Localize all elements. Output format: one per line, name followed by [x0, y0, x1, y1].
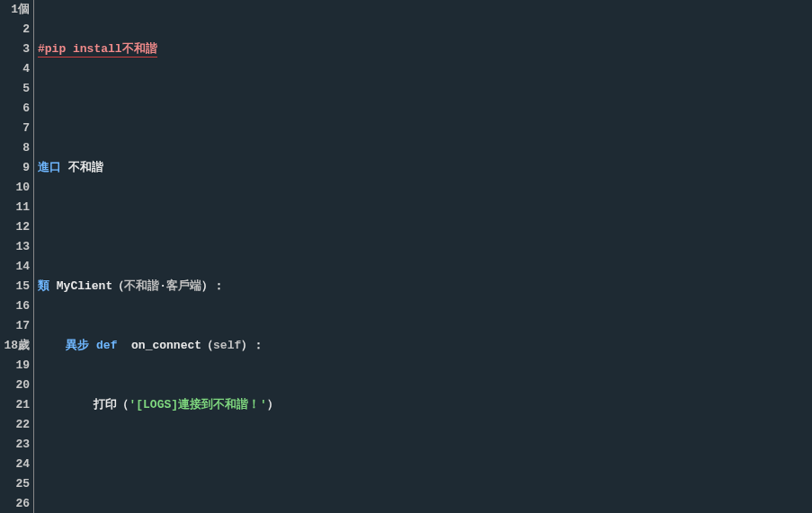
keyword-token: 異步 [66, 339, 89, 352]
code-line: 進口 不和諧 [38, 158, 812, 178]
line-number: 18歲 [0, 336, 30, 356]
line-number: 5 [0, 79, 30, 99]
line-number: 25 [0, 474, 30, 494]
line-number: 23 [0, 435, 30, 455]
line-number: 19 [0, 356, 30, 376]
line-number: 10 [0, 178, 30, 198]
punc-token: ） [267, 398, 279, 411]
line-number: 12 [0, 217, 30, 237]
line-number: 3 [0, 40, 30, 59]
line-number: 4 [0, 59, 30, 79]
code-area[interactable]: #pip install不和諧 進口 不和諧 類 MyClient（不和諧·客戶… [34, 0, 812, 513]
line-number: 17 [0, 316, 30, 336]
line-number: 24 [0, 455, 30, 474]
line-number: 21 [0, 395, 30, 415]
fn-call-token: 打印（ [94, 398, 129, 411]
identifier-token: MyClient（不和諧·客戶端）： [57, 279, 225, 293]
fn-name-token: on_connect [131, 339, 201, 352]
identifier-token: 不和諧 [68, 161, 103, 174]
code-line [38, 455, 812, 474]
keyword-token: 類 [38, 279, 49, 293]
line-number: 20 [0, 376, 30, 395]
line-number: 8 [0, 138, 30, 158]
param-token: self [213, 339, 241, 352]
line-number: 9 [0, 158, 30, 178]
line-number: 11 [0, 198, 30, 217]
keyword-token: 進口 [38, 161, 61, 174]
line-number: 7 [0, 119, 30, 138]
line-number: 6 [0, 99, 30, 119]
code-line [38, 217, 812, 237]
code-line: 打印（'[LOGS]連接到不和諧！'） [38, 395, 812, 415]
line-number: 13 [0, 237, 30, 257]
line-number: 22 [0, 415, 30, 435]
code-line: 類 MyClient（不和諧·客戶端）： [38, 277, 812, 296]
code-line: #pip install不和諧 [38, 40, 812, 59]
line-number: 26 [0, 494, 30, 513]
line-number-gutter: 1個 2 3 4 5 6 7 8 9 10 11 12 13 14 15 16 … [0, 0, 34, 513]
comment-token: #pip install不和諧 [38, 42, 157, 57]
line-number: 14 [0, 257, 30, 277]
line-number: 1個 [0, 0, 30, 20]
line-number: 2 [0, 20, 30, 40]
code-line [38, 99, 812, 119]
string-token: '[LOGS]連接到不和諧！' [129, 398, 266, 411]
line-number: 16 [0, 296, 30, 316]
line-number: 15 [0, 277, 30, 296]
def-token: def [96, 339, 117, 352]
code-line: 異步 def on_connect（self）： [38, 336, 812, 356]
code-editor: 1個 2 3 4 5 6 7 8 9 10 11 12 13 14 15 16 … [0, 0, 812, 513]
